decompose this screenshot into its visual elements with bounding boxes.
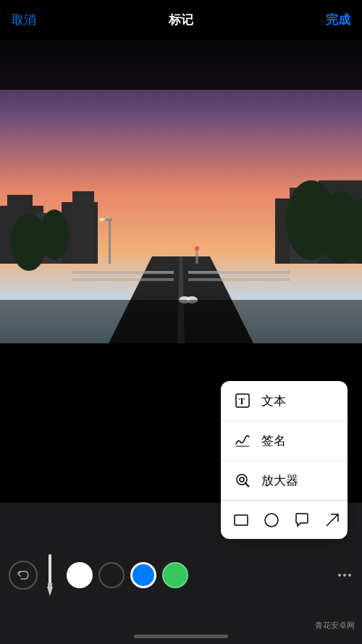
svg-rect-35 <box>235 515 248 525</box>
color-green-button[interactable] <box>162 562 188 588</box>
svg-point-36 <box>265 514 278 527</box>
svg-point-11 <box>40 209 69 260</box>
arrow-shape-button[interactable] <box>324 510 341 530</box>
svg-rect-40 <box>48 583 52 587</box>
svg-rect-17 <box>72 271 174 274</box>
popup-menu: T 文本 签名 放大器 <box>221 381 348 539</box>
svg-marker-39 <box>47 587 53 596</box>
header: 取消 标记 完成 <box>0 0 362 39</box>
svg-rect-6 <box>72 191 94 264</box>
text-icon: T <box>232 390 253 411</box>
color-white-button[interactable] <box>67 562 93 588</box>
watermark: 青花安卓网 <box>315 620 355 631</box>
cancel-button[interactable]: 取消 <box>12 12 36 28</box>
image-canvas <box>0 39 362 343</box>
menu-item-text[interactable]: T 文本 <box>221 381 348 421</box>
shapes-row <box>221 501 348 539</box>
svg-rect-38 <box>49 554 51 587</box>
svg-point-41 <box>338 574 341 577</box>
svg-rect-28 <box>0 300 362 343</box>
svg-rect-25 <box>109 220 111 264</box>
menu-item-magnifier[interactable]: 放大器 <box>221 461 348 501</box>
svg-rect-18 <box>72 278 174 281</box>
speech-shape-button[interactable] <box>293 510 311 530</box>
svg-rect-20 <box>188 278 290 281</box>
color-blue-button[interactable] <box>130 562 156 588</box>
rect-shape-button[interactable] <box>232 510 250 530</box>
svg-line-34 <box>245 483 249 487</box>
circle-shape-button[interactable] <box>263 510 280 530</box>
svg-rect-19 <box>188 271 290 274</box>
svg-text:T: T <box>239 396 245 406</box>
more-button[interactable] <box>336 566 353 584</box>
svg-point-27 <box>99 218 105 221</box>
svg-point-24 <box>195 246 199 251</box>
pen-tool[interactable] <box>43 554 56 596</box>
menu-item-text-label: 文本 <box>261 393 286 409</box>
svg-point-32 <box>237 474 247 485</box>
svg-point-43 <box>348 574 351 577</box>
svg-rect-1 <box>0 39 362 90</box>
svg-point-42 <box>343 574 346 577</box>
tools-row <box>0 550 362 601</box>
color-black-button[interactable] <box>98 562 125 588</box>
svg-line-37 <box>327 514 338 526</box>
home-indicator <box>134 635 228 638</box>
undo-button[interactable] <box>9 561 38 590</box>
page-title: 标记 <box>169 12 193 28</box>
signature-icon <box>232 430 253 451</box>
done-button[interactable]: 完成 <box>326 12 350 28</box>
svg-point-33 <box>240 477 244 482</box>
magnifier-icon <box>232 470 253 490</box>
menu-item-signature[interactable]: 签名 <box>221 421 348 461</box>
menu-item-magnifier-label: 放大器 <box>261 472 298 489</box>
menu-item-signature-label: 签名 <box>261 432 286 449</box>
svg-rect-23 <box>195 249 198 264</box>
